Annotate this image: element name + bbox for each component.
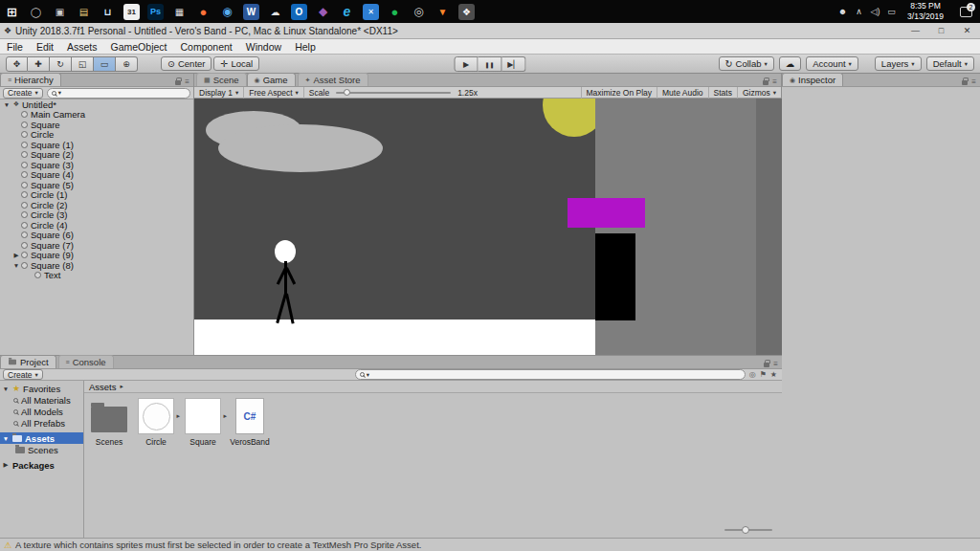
spreadsheet-button[interactable]: ▦ <box>167 0 191 23</box>
pivot-local-button[interactable]: ✛ Local <box>213 56 259 71</box>
spotify-button[interactable]: ● <box>383 0 407 23</box>
photoshop-button[interactable]: Ps <box>144 0 167 23</box>
expand-arrow-icon[interactable]: ▶ <box>2 461 10 469</box>
menu-assets[interactable]: Assets <box>60 39 104 55</box>
menu-file[interactable]: File <box>0 39 30 55</box>
hierarchy-search[interactable]: ▾ <box>47 88 190 99</box>
menu-gameobject[interactable]: GameObject <box>104 39 174 55</box>
gizmos-dropdown[interactable]: Gizmos ▾ <box>737 87 781 99</box>
browser-button[interactable]: ◉ <box>215 0 239 23</box>
onedrive-button[interactable]: ☁ <box>263 0 287 23</box>
battery-icon[interactable]: ▭ <box>883 7 900 16</box>
favorite-item[interactable]: All Models <box>0 406 83 417</box>
game-viewport[interactable] <box>194 99 782 355</box>
scenes-folder-row[interactable]: Scenes <box>0 444 83 455</box>
hierarchy-item[interactable]: Circle <box>0 130 193 141</box>
project-search[interactable]: ▾ <box>355 369 746 380</box>
panel-menu-icon[interactable]: ≡ <box>773 361 778 368</box>
icon-size-slider-knob[interactable] <box>742 526 749 534</box>
packages-row[interactable]: ▶ Packages <box>0 459 83 471</box>
play-button[interactable]: ▶ <box>455 56 479 72</box>
move-tool-button[interactable]: ✚ <box>28 56 50 72</box>
tab-console[interactable]: ≡ Console <box>58 355 114 368</box>
tab-scene[interactable]: ▦ Scene <box>196 73 247 86</box>
pivot-center-button[interactable]: ⊙ Center <box>161 56 212 71</box>
breadcrumb-assets[interactable]: Assets <box>89 382 117 392</box>
hierarchy-item[interactable]: Main Camera <box>0 110 193 121</box>
stats-button[interactable]: Stats <box>708 87 737 99</box>
tab-game[interactable]: ◉ Game <box>247 73 296 86</box>
menu-window[interactable]: Window <box>239 39 288 55</box>
favorites-filter-icon[interactable]: ★ <box>770 370 777 379</box>
word-button[interactable]: W <box>239 0 263 23</box>
hierarchy-item[interactable]: Circle (1) <box>0 190 193 201</box>
transform-tool-button[interactable]: ⊕ <box>116 56 138 72</box>
hierarchy-item[interactable]: Square <box>0 120 193 130</box>
aspect-dropdown[interactable]: Free Aspect ▾ <box>244 87 304 99</box>
start-button[interactable]: ⊞ <box>0 0 24 23</box>
hierarchy-item[interactable]: Circle (4) <box>0 220 193 231</box>
visual-studio-button[interactable]: ◆ <box>311 0 335 23</box>
asset-item-scenes[interactable]: Scenes <box>86 397 132 447</box>
blue-app-button[interactable]: ✕ <box>359 0 383 23</box>
calendar-button[interactable]: 31 <box>120 0 144 23</box>
hierarchy-create-button[interactable]: Create ▾ <box>3 88 43 99</box>
xbox-button[interactable]: ◎ <box>407 0 431 23</box>
user-icon[interactable]: ☻ <box>835 7 851 16</box>
hierarchy-scene-row[interactable]: ▼ ❖ Untitled* <box>0 99 193 110</box>
hierarchy-item[interactable]: ▼Square (8) <box>0 260 193 271</box>
action-center-button[interactable]: 2 <box>951 0 980 23</box>
unity-taskbar-button[interactable]: ❖ <box>455 0 479 23</box>
hierarchy-item[interactable]: ▶Square (9) <box>0 251 193 261</box>
lock-icon[interactable] <box>763 80 768 85</box>
hierarchy-item[interactable]: Square (1) <box>0 140 193 150</box>
status-bar[interactable]: ⚠ A texture which contains sprites must … <box>0 538 980 551</box>
hierarchy-item[interactable]: Square (6) <box>0 231 193 241</box>
expand-arrow-icon[interactable]: ▶ <box>11 252 21 259</box>
close-button[interactable]: ✕ <box>954 23 980 38</box>
expand-arrow-icon[interactable]: ▼ <box>2 435 10 442</box>
scale-tool-button[interactable]: ◱ <box>72 56 94 72</box>
taskbar-clock[interactable]: 8:35 PM 3/13/2019 <box>900 1 951 21</box>
asset-item-square[interactable]: ▸ Square <box>180 397 226 447</box>
lock-icon[interactable] <box>175 80 181 85</box>
hierarchy-item-child[interactable]: Text <box>0 271 193 281</box>
menu-component[interactable]: Component <box>173 39 238 55</box>
scale-slider[interactable] <box>336 92 451 94</box>
cloud-services-button[interactable]: ☁ <box>779 56 802 71</box>
expand-arrow-icon[interactable]: ▼ <box>11 262 21 269</box>
scale-slider-knob[interactable] <box>344 89 350 96</box>
collab-button[interactable]: ↻ Collab ▾ <box>719 56 774 71</box>
maximize-button[interactable]: □ <box>928 23 954 38</box>
firefox-button[interactable]: ● <box>191 0 215 23</box>
asset-item-script[interactable]: C# VerosBand <box>227 397 273 447</box>
menu-edit[interactable]: Edit <box>30 39 60 55</box>
search-by-label-icon[interactable]: ⚑ <box>760 370 767 379</box>
lock-icon[interactable] <box>764 363 769 367</box>
step-button[interactable]: ▶▏ <box>502 56 526 72</box>
hierarchy-item[interactable]: Square (7) <box>0 240 193 251</box>
display-dropdown[interactable]: Display 1 ▾ <box>194 87 244 99</box>
panel-menu-icon[interactable]: ≡ <box>185 78 189 86</box>
hierarchy-item[interactable]: Square (3) <box>0 160 193 170</box>
panel-menu-icon[interactable]: ≡ <box>971 78 976 86</box>
hierarchy-search-input[interactable] <box>63 89 186 98</box>
search-by-type-icon[interactable]: ◎ <box>749 370 756 379</box>
minimize-button[interactable]: — <box>902 23 928 38</box>
rect-tool-button[interactable]: ▭ <box>94 56 116 72</box>
layout-dropdown[interactable]: Default ▾ <box>926 56 974 71</box>
hierarchy-item[interactable]: Square (4) <box>0 170 193 181</box>
pause-button[interactable]: ❚❚ <box>479 56 502 72</box>
hand-tool-button[interactable]: ✥ <box>6 56 28 72</box>
assets-root-row[interactable]: ▼ Assets <box>0 432 83 444</box>
expand-arrow-icon[interactable]: ▼ <box>2 101 11 108</box>
lock-icon[interactable] <box>962 80 968 85</box>
edge-button[interactable]: e <box>335 0 359 23</box>
layers-dropdown[interactable]: Layers ▾ <box>875 56 922 71</box>
project-create-button[interactable]: Create ▾ <box>3 369 43 380</box>
rotate-tool-button[interactable]: ↻ <box>50 56 72 72</box>
tab-hierarchy[interactable]: ≡ Hierarchy <box>0 73 61 86</box>
tab-asset-store[interactable]: ✦ Asset Store <box>298 73 368 86</box>
menu-help[interactable]: Help <box>288 39 323 55</box>
favorites-row[interactable]: ▼ ★ Favorites <box>0 383 83 394</box>
